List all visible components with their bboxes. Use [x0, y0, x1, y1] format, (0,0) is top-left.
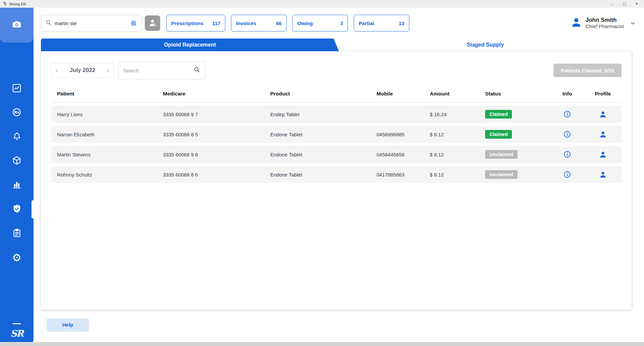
- rx-icon: Rx: [12, 107, 22, 119]
- window-controls: – ▢ ✕: [606, 0, 643, 8]
- col-profile: Profile: [584, 91, 622, 97]
- stat-owing[interactable]: Owing 3: [292, 15, 348, 31]
- clipboard-icon: [12, 228, 22, 239]
- stat-count: 66: [276, 20, 282, 26]
- info-icon[interactable]: [563, 130, 571, 138]
- titlebar-left: Strong ER: [2, 2, 26, 6]
- month-navigator: ‹ July 2022 ›: [51, 63, 114, 78]
- sidebar-divider: [12, 323, 21, 324]
- stat-prescriptions[interactable]: Prescriptions 117: [166, 15, 225, 31]
- info-icon[interactable]: [563, 110, 571, 118]
- stat-count: 3: [340, 20, 343, 26]
- sidebar-item-notifications[interactable]: [10, 130, 23, 144]
- minimize-icon[interactable]: –: [606, 0, 619, 8]
- status-badge: Claimed: [485, 130, 512, 139]
- filter-sliders-icon[interactable]: [130, 20, 137, 27]
- table-search-input[interactable]: [123, 68, 191, 73]
- profile-icon[interactable]: [599, 111, 607, 118]
- cell-product: Endone Tablet: [270, 152, 376, 157]
- status-badge: Claimed: [485, 110, 512, 119]
- tab-bar: Opioid Replacement Staged Supply: [41, 39, 632, 51]
- maximize-icon[interactable]: ▢: [619, 0, 631, 8]
- patients-table: Patient Medicare Product Mobile Amount S…: [51, 87, 622, 183]
- month-label: July 2022: [70, 67, 96, 74]
- bar-chart-icon: [12, 180, 22, 191]
- chevron-down-icon[interactable]: [630, 21, 635, 26]
- profile-icon[interactable]: [599, 151, 607, 158]
- app-window: Strong ER – ▢ ✕: [0, 0, 644, 344]
- patient-lookup-button[interactable]: [145, 15, 160, 31]
- profile-icon[interactable]: [599, 171, 607, 179]
- sidebar-item-camera[interactable]: [0, 8, 34, 43]
- shield-check-icon: [12, 204, 22, 215]
- cell-profile: [584, 131, 622, 138]
- stat-label: Invoices: [236, 20, 256, 26]
- cell-mobile: 0417885863: [376, 172, 430, 178]
- bell-icon: [12, 132, 22, 143]
- cell-amount: $ 8.12: [430, 132, 485, 137]
- stat-count: 13: [399, 20, 404, 26]
- info-icon[interactable]: [563, 150, 571, 158]
- user-texts: John Smith Chief Pharmacist: [586, 16, 624, 30]
- sidebar-item-claims[interactable]: [10, 203, 23, 216]
- stat-invoices[interactable]: Invoices 66: [231, 15, 287, 31]
- patients-claimed-button[interactable]: Patients Claimed: 2/15: [553, 64, 622, 77]
- cell-info: [550, 150, 584, 158]
- stat-label: Owing: [297, 20, 313, 26]
- prev-month-icon[interactable]: ‹: [56, 67, 58, 74]
- sidebar-item-settings[interactable]: ⚙: [10, 251, 23, 264]
- app-body: Rx: [0, 8, 644, 344]
- sidebar-item-prescriptions[interactable]: Rx: [10, 106, 23, 120]
- camera-icon: [11, 19, 22, 31]
- cell-amount: $ 16.24: [430, 112, 485, 117]
- cell-status: Claimed: [485, 130, 550, 139]
- help-button[interactable]: Help: [47, 319, 89, 331]
- cell-product: Endone Tablet: [270, 172, 376, 178]
- profile-icon[interactable]: [599, 131, 607, 138]
- table-row: Rohnny Schultz 3335 60068 8 6 Endone Tab…: [51, 166, 622, 183]
- app-logo-icon: [2, 2, 7, 6]
- sidebar-item-records[interactable]: [10, 227, 23, 240]
- tab-staged-supply[interactable]: Staged Supply: [339, 39, 632, 51]
- table-header: Patient Medicare Product Mobile Amount S…: [51, 87, 622, 102]
- stat-label: Prescriptions: [171, 20, 203, 26]
- user-name: John Smith: [586, 16, 624, 23]
- sidebar: Rx: [0, 8, 34, 344]
- cell-profile: [584, 171, 622, 179]
- cell-product: Endone Tablet: [270, 132, 376, 137]
- stat-partial[interactable]: Partial 13: [354, 15, 409, 31]
- search-icon: [193, 66, 200, 74]
- stat-buttons: Prescriptions 117 Invoices 66 Owing 3 Pa…: [166, 15, 409, 31]
- cell-info: [550, 110, 584, 118]
- table-body: Harry Lions 3335 60068 9 7 Endep Tablet …: [51, 106, 622, 183]
- tab-opioid-replacement[interactable]: Opioid Replacement: [41, 39, 339, 51]
- dashboard-chart-icon: [12, 83, 22, 94]
- cell-amount: $ 8.12: [430, 152, 485, 157]
- close-icon[interactable]: ✕: [631, 0, 643, 8]
- sidebar-item-dashboard[interactable]: [10, 82, 23, 95]
- next-month-icon[interactable]: ›: [107, 67, 109, 74]
- info-icon[interactable]: [563, 170, 571, 179]
- cell-patient: Martin Stevens: [51, 152, 163, 157]
- window-bottom-edge: [0, 342, 644, 344]
- topbar: Prescriptions 117 Invoices 66 Owing 3 Pa…: [34, 8, 644, 39]
- titlebar: Strong ER – ▢ ✕: [0, 0, 644, 8]
- cell-patient: Narran Elizabeth: [51, 132, 163, 137]
- global-search-input[interactable]: [55, 20, 127, 26]
- main-area: Prescriptions 117 Invoices 66 Owing 3 Pa…: [34, 8, 644, 344]
- sidebar-item-reports[interactable]: [10, 179, 23, 192]
- cell-info: [550, 170, 584, 179]
- cell-patient: Harry Lions: [51, 112, 163, 117]
- table-row: Narran Elizabeth 3335 60068 8 5 Endone T…: [51, 126, 622, 143]
- table-search: [118, 61, 205, 79]
- sidebar-footer: SR: [10, 323, 23, 339]
- opioid-replacement-panel: ‹ July 2022 › Patients Claimed: 2/15: [41, 51, 632, 310]
- cell-profile: [584, 111, 622, 118]
- cube-icon: [12, 155, 22, 167]
- cell-patient: Rohnny Schultz: [51, 172, 163, 178]
- window-title: Strong ER: [9, 2, 26, 6]
- user-menu[interactable]: John Smith Chief Pharmacist: [571, 16, 635, 30]
- col-medicare: Medicare: [163, 91, 270, 97]
- sidebar-item-inventory[interactable]: [10, 154, 23, 168]
- col-mobile: Mobile: [376, 91, 430, 97]
